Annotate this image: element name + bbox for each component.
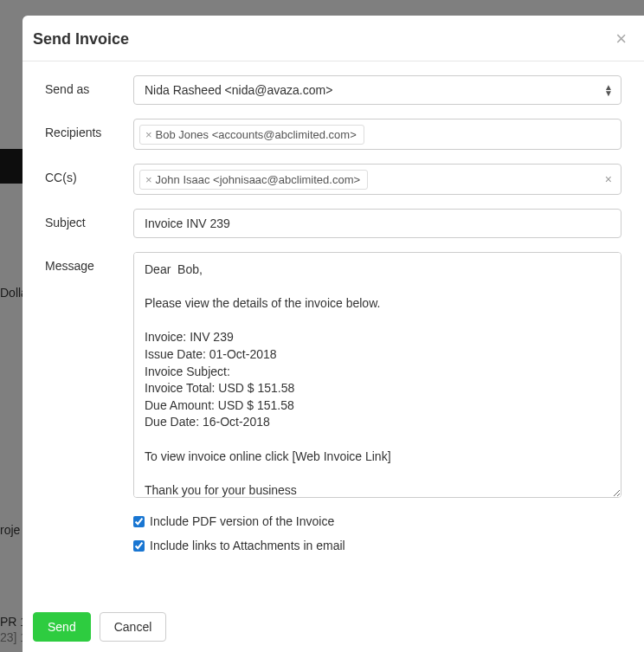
send-as-select[interactable]: Nida Rasheed <nida@avaza.com>	[133, 75, 621, 105]
label-subject: Subject	[45, 209, 133, 229]
remove-tag-icon[interactable]: ×	[145, 128, 152, 141]
label-recipients: Recipients	[45, 119, 133, 139]
clear-ccs-icon[interactable]: ×	[605, 172, 612, 186]
close-button[interactable]: ×	[615, 29, 627, 48]
row-message: Message	[45, 252, 621, 500]
modal-footer: Send Cancel	[23, 602, 644, 652]
label-message: Message	[45, 252, 133, 273]
cancel-button[interactable]: Cancel	[100, 612, 167, 642]
send-invoice-modal: Send Invoice × Send as Nida Rasheed <nid…	[23, 16, 644, 652]
cc-tag: × John Isaac <johnisaac@abclimited.com>	[139, 170, 368, 190]
send-button[interactable]: Send	[33, 612, 91, 642]
row-include-pdf: Include PDF version of the Invoice	[133, 514, 621, 528]
include-pdf-label: Include PDF version of the Invoice	[150, 514, 334, 528]
row-recipients: Recipients × Bob Jones <accounts@abclimi…	[45, 119, 621, 150]
label-send-as: Send as	[45, 75, 133, 96]
ccs-input[interactable]: × John Isaac <johnisaac@abclimited.com> …	[133, 164, 621, 195]
include-attachments-label: Include links to Attachments in email	[150, 539, 345, 552]
row-include-attachments: Include links to Attachments in email	[133, 539, 621, 552]
include-pdf-checkbox[interactable]	[133, 516, 145, 527]
modal-body: Send as Nida Rasheed <nida@avaza.com> ▲▼…	[23, 61, 644, 602]
row-send-as: Send as Nida Rasheed <nida@avaza.com> ▲▼	[45, 75, 621, 105]
recipients-input[interactable]: × Bob Jones <accounts@abclimited.com>	[133, 119, 621, 150]
row-subject: Subject	[45, 209, 621, 238]
message-textarea[interactable]	[133, 252, 621, 498]
tag-label: John Isaac <johnisaac@abclimited.com>	[156, 173, 361, 186]
modal-title: Send Invoice	[33, 30, 129, 48]
modal-header: Send Invoice ×	[23, 16, 644, 61]
include-attachments-checkbox[interactable]	[133, 540, 145, 552]
label-ccs: CC(s)	[45, 164, 133, 184]
remove-tag-icon[interactable]: ×	[145, 173, 152, 186]
subject-input[interactable]	[133, 209, 621, 238]
tag-label: Bob Jones <accounts@abclimited.com>	[156, 128, 357, 141]
row-ccs: CC(s) × John Isaac <johnisaac@abclimited…	[45, 164, 621, 195]
recipient-tag: × Bob Jones <accounts@abclimited.com>	[139, 125, 364, 145]
